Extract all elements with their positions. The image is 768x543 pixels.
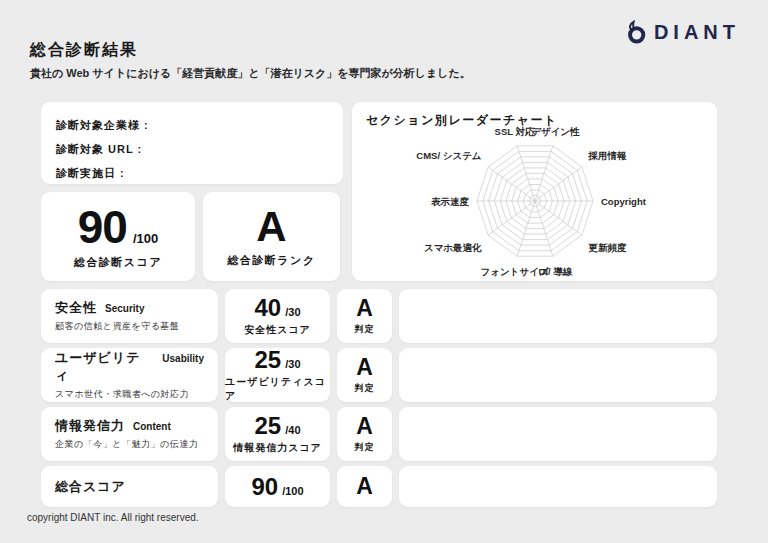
total-score-value: 90	[78, 204, 127, 250]
score-value: 25	[255, 348, 282, 372]
row-security-score: 40 /30 安全性スコア	[225, 289, 330, 343]
category-subtitle: 顧客の信頼と資産を守る基盤	[55, 320, 204, 333]
info-date-row: 診断実施日 :	[56, 161, 328, 185]
radar-axis-label: 採用情報	[587, 150, 627, 161]
radar-axis-label: フォントサイズ	[481, 266, 549, 277]
row-total-category: 総合スコア	[41, 466, 218, 507]
total-rank-value: A	[256, 206, 286, 248]
radar-axis-label: デザイン性	[531, 126, 580, 137]
radar-axis-spoke	[535, 201, 582, 235]
row-usability-comment-box	[399, 348, 717, 402]
category-title-en: Content	[133, 421, 171, 432]
score-value: 25	[255, 414, 282, 438]
grade-value: A	[356, 415, 373, 438]
diant-logo-icon	[623, 20, 648, 45]
info-url-row: 診断対象 URL :	[56, 137, 328, 161]
total-rank-label: 総合診断ランク	[227, 253, 315, 268]
category-title: ユーザビリティ	[55, 349, 154, 385]
score-denominator: /30	[285, 358, 300, 370]
category-title: 安全性	[55, 299, 97, 317]
score-label: 情報発信力スコア	[233, 441, 322, 455]
company-label: 診断対象企業様 :	[56, 113, 149, 137]
page-title: 総合診断結果	[30, 40, 138, 61]
radar-axis-label: CMS/ システム	[416, 150, 482, 161]
category-subtitle: スマホ世代・求職者への対応力	[55, 388, 204, 401]
row-content-score: 25 /40 情報発信力スコア	[225, 407, 330, 461]
radar-axis-label: 表示速度	[431, 196, 470, 207]
brand-name: DIANT	[654, 21, 740, 44]
row-usability-grade: A 判定	[337, 348, 392, 402]
category-title: 情報発信力	[55, 417, 125, 435]
url-label: 診断対象 URL :	[56, 137, 142, 161]
category-title-en: Security	[105, 303, 144, 314]
row-total-comment-box	[399, 466, 717, 507]
diagnosis-info-card: 診断対象企業様 : 診断対象 URL : 診断実施日 :	[41, 102, 343, 184]
info-company-row: 診断対象企業様 :	[56, 113, 328, 137]
score-denominator: /30	[285, 306, 300, 318]
radar-axis-label: SSL 対応	[495, 126, 535, 137]
score-denominator: /40	[285, 424, 300, 436]
total-score-denominator: /100	[133, 231, 158, 246]
radar-axis-spoke	[488, 167, 535, 201]
total-score-label: 総合診断スコア	[74, 255, 162, 270]
radar-axis-label: スマホ最適化	[424, 242, 482, 253]
row-total-grade: A	[337, 466, 392, 507]
radar-chart: SSL 対応デザイン性採用情報Copyright更新頻度UI/ 導線フォントサイ…	[352, 125, 717, 281]
score-value: 90	[251, 475, 278, 499]
grade-value: A	[356, 297, 373, 320]
row-security-comment-box	[399, 289, 717, 343]
row-content-comment-box	[399, 407, 717, 461]
row-total-score: 90 /100	[225, 466, 330, 507]
total-score-card: 90 /100 総合診断スコア	[41, 192, 195, 281]
grade-label: 判定	[355, 323, 375, 336]
category-subtitle: 企業の「今」と「魅力」の伝達力	[55, 438, 204, 451]
category-title-en: Usability	[162, 353, 204, 364]
brand-logo: DIANT	[623, 20, 740, 45]
grade-value: A	[356, 475, 373, 498]
score-denominator: /100	[282, 485, 303, 497]
score-label: 安全性スコア	[244, 323, 311, 337]
copyright-text: copyright DIANT inc. All right reserved.	[27, 512, 199, 523]
row-usability-score: 25 /30 ユーザビリティスコア	[225, 348, 330, 402]
radar-axis-label: Copyright	[601, 196, 647, 207]
radar-axis-spoke	[535, 167, 582, 201]
grade-label: 判定	[355, 441, 375, 454]
page-subtitle: 貴社の Web サイトにおける「経営貢献度」と「潜在リスク」を専門家が分析しまし…	[30, 66, 471, 81]
grade-value: A	[356, 356, 373, 379]
row-security-category: 安全性 Security 顧客の信頼と資産を守る基盤	[41, 289, 218, 343]
row-usability-category: ユーザビリティ Usability スマホ世代・求職者への対応力	[41, 348, 218, 402]
score-value: 40	[255, 296, 282, 320]
row-content-grade: A 判定	[337, 407, 392, 461]
total-rank-card: A 総合診断ランク	[203, 192, 340, 281]
diagnosis-report-page: DIANT 総合診断結果 貴社の Web サイトにおける「経営貢献度」と「潜在リ…	[0, 0, 768, 543]
date-label: 診断実施日 :	[56, 161, 125, 185]
radar-axis-spoke	[488, 201, 535, 235]
row-security-grade: A 判定	[337, 289, 392, 343]
radar-axis-label: 更新頻度	[588, 242, 627, 253]
row-content-category: 情報発信力 Content 企業の「今」と「魅力」の伝達力	[41, 407, 218, 461]
category-title: 総合スコア	[55, 478, 126, 496]
score-label: ユーザビリティスコア	[225, 375, 330, 403]
grade-label: 判定	[355, 382, 375, 395]
radar-chart-card: セクション別レーダーチャート SSL 対応デザイン性採用情報Copyright更…	[352, 102, 717, 281]
